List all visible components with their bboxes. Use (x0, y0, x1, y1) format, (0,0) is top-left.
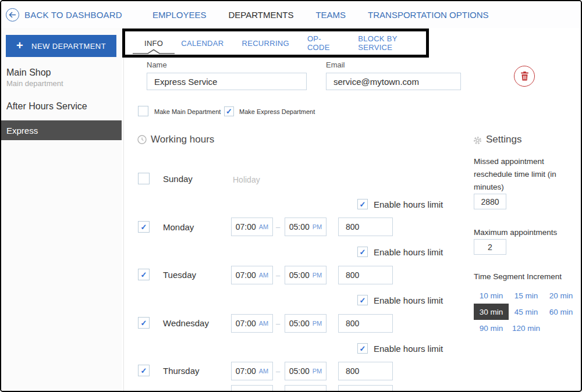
segment-option-15min[interactable]: 15 min (509, 287, 544, 304)
enable-hours-limit-label: Enable hours limit (374, 199, 443, 209)
start-time-value: 07:00 (236, 222, 256, 231)
sidebar-item-express[interactable]: Express (1, 120, 122, 140)
segment-option-45min[interactable]: 45 min (509, 304, 544, 320)
tab-op-code[interactable]: OP-CODE (307, 31, 340, 55)
start-time-input-monday[interactable]: 07:00 AM (231, 218, 273, 236)
day-label-thursday: Thursday (163, 366, 200, 376)
segment-option-30min[interactable]: 30 min (474, 304, 509, 320)
name-input[interactable] (147, 73, 307, 90)
tab-recurring[interactable]: RECURRING (242, 31, 289, 55)
hours-limit-input-friday-partial[interactable] (338, 385, 393, 392)
nav-item-teams[interactable]: TEAMS (315, 10, 346, 20)
time-range-separator: – (276, 367, 280, 376)
make-express-department-label: Make Express Department (239, 108, 315, 115)
segment-option-10min[interactable]: 10 min (474, 287, 509, 304)
start-time-input-wednesday[interactable]: 07:00 AM (231, 314, 273, 333)
tab-calendar[interactable]: CALENDAR (181, 31, 223, 55)
segment-option-120min[interactable]: 120 min (509, 320, 544, 336)
start-time-input-thursday[interactable]: 07:00 AM (231, 362, 273, 380)
start-time-value: 07:00 (236, 270, 256, 280)
enable-hours-limit-checkbox-thursday[interactable] (357, 343, 368, 354)
new-department-button[interactable]: + NEW DEPARTMENT (6, 35, 116, 57)
settings-title: Settings (486, 134, 521, 145)
hours-limit-input-tuesday[interactable] (338, 266, 393, 284)
hours-limit-input-monday[interactable] (338, 218, 393, 236)
make-express-department-checkbox[interactable] (224, 106, 234, 116)
back-to-dashboard-button[interactable]: BACK TO DASHBOARD (6, 8, 122, 22)
nav-item-departments[interactable]: DEPARTMENTS (228, 10, 293, 20)
maximum-appointments-label: Maximum appointments (474, 226, 582, 239)
day-checkbox-sunday[interactable] (138, 173, 150, 184)
day-checkbox-tuesday[interactable] (138, 269, 150, 280)
nav-item-transportation-options[interactable]: TRANSPORTATION OPTIONS (368, 10, 489, 20)
end-ampm: PM (313, 223, 322, 230)
sidebar-item-main-shop[interactable]: Main Shop Main department (1, 67, 122, 88)
day-checkbox-wednesday[interactable] (138, 317, 150, 329)
day-checkbox-thursday[interactable] (138, 365, 150, 376)
start-time-input-tuesday[interactable]: 07:00 AM (231, 266, 273, 284)
missed-appointment-input[interactable] (474, 194, 506, 209)
maximum-appointments-input[interactable] (474, 239, 506, 255)
end-time-value: 05:00 (289, 366, 310, 376)
segment-option-20min[interactable]: 20 min (544, 287, 579, 304)
department-name: Main Shop (6, 67, 122, 78)
enable-hours-limit-label: Enable hours limit (374, 247, 443, 257)
departments-sidebar: + NEW DEPARTMENT Main Shop Main departme… (1, 28, 122, 391)
enable-hours-limit-checkbox-tuesday[interactable] (357, 247, 368, 257)
sidebar-item-after-hours-service[interactable]: After Hours Service (1, 101, 122, 112)
day-label-sunday: Sunday (163, 174, 193, 184)
start-ampm: AM (259, 368, 269, 375)
department-subtitle: Main department (6, 79, 122, 88)
name-label: Name (147, 60, 167, 69)
top-navigation: BACK TO DASHBOARD EMPLOYEES DEPARTMENTS … (1, 1, 581, 28)
time-range-separator: – (276, 319, 280, 328)
time-range-separator: – (276, 271, 280, 280)
holiday-label: Holiday (233, 175, 260, 184)
start-ampm: AM (259, 320, 269, 327)
time-segment-increment-options: 10 min 15 min 20 min 30 min 45 min 60 mi… (474, 287, 579, 336)
enable-hours-limit-label: Enable hours limit (374, 295, 443, 305)
email-input[interactable] (326, 73, 461, 90)
end-ampm: PM (313, 368, 322, 375)
end-time-value: 05:00 (289, 222, 310, 231)
missed-appointment-label: Missed appointment reschedule time limit… (474, 155, 576, 194)
start-ampm: AM (259, 272, 269, 279)
department-name: After Hours Service (6, 101, 122, 112)
back-to-dashboard-label: BACK TO DASHBOARD (24, 10, 122, 20)
delete-department-button[interactable] (514, 66, 535, 87)
active-tab-indicator (132, 49, 175, 54)
start-time-input-friday-partial[interactable] (231, 385, 273, 392)
end-time-input-wednesday[interactable]: 05:00 PM (285, 314, 327, 333)
end-time-value: 05:00 (289, 270, 310, 280)
enable-hours-limit-checkbox-monday[interactable] (357, 199, 368, 209)
segment-option-60min[interactable]: 60 min (544, 304, 579, 320)
tab-info[interactable]: INFO (144, 31, 163, 55)
new-department-label: NEW DEPARTMENT (31, 42, 106, 51)
department-tabs-highlight-box: INFO CALENDAR RECURRING OP-CODE BLOCK BY… (122, 28, 429, 58)
end-time-input-tuesday[interactable]: 05:00 PM (285, 266, 327, 284)
make-main-department-checkbox[interactable] (138, 106, 148, 116)
enable-hours-limit-checkbox-wednesday[interactable] (357, 295, 368, 305)
start-ampm: AM (259, 223, 269, 230)
day-label-tuesday: Tuesday (163, 270, 196, 280)
enable-hours-limit-label: Enable hours limit (374, 344, 443, 354)
start-time-value: 07:00 (236, 319, 256, 328)
sidebar-divider (123, 28, 124, 391)
hours-limit-input-thursday[interactable] (338, 362, 393, 380)
clock-icon (137, 135, 147, 144)
segment-option-90min[interactable]: 90 min (474, 320, 509, 336)
end-time-input-friday-partial[interactable] (285, 385, 327, 392)
end-time-input-monday[interactable]: 05:00 PM (285, 218, 327, 236)
day-checkbox-monday[interactable] (138, 221, 150, 233)
tab-block-by-service[interactable]: BLOCK BY SERVICE (358, 31, 426, 55)
working-hours-title: Working hours (151, 134, 214, 145)
end-time-input-thursday[interactable]: 05:00 PM (285, 362, 327, 380)
time-range-separator: – (276, 223, 280, 231)
hours-limit-input-wednesday[interactable] (338, 314, 393, 333)
end-ampm: PM (313, 320, 322, 327)
end-time-value: 05:00 (289, 319, 310, 328)
start-time-value: 07:00 (236, 366, 256, 376)
make-main-department-label: Make Main Department (154, 108, 221, 115)
nav-items: EMPLOYEES DEPARTMENTS TEAMS TRANSPORTATI… (152, 10, 489, 20)
nav-item-employees[interactable]: EMPLOYEES (152, 10, 207, 20)
